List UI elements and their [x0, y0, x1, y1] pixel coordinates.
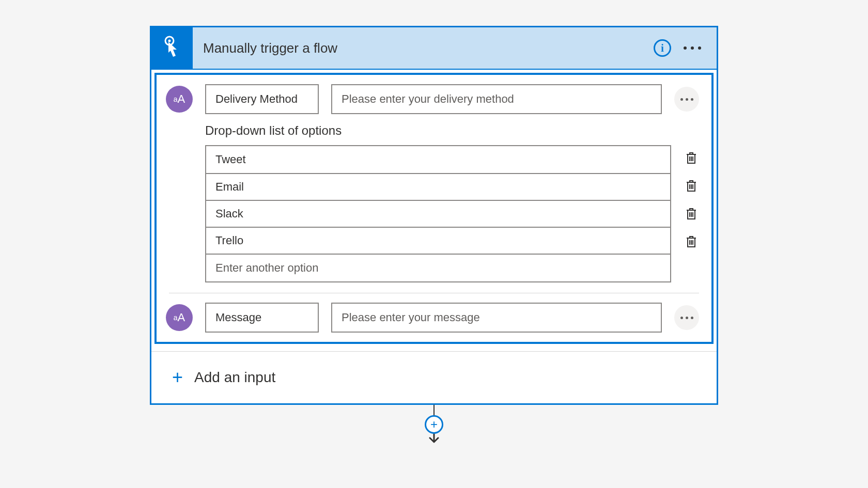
text-type-icon: aA — [166, 86, 193, 113]
trash-icon — [686, 151, 697, 165]
svg-point-1 — [168, 40, 171, 42]
option-add-row: Enter another option — [206, 255, 670, 281]
input-description-field[interactable]: Please enter your message — [331, 303, 662, 333]
plus-icon: + — [172, 368, 183, 387]
flow-trigger-card: Manually trigger a flow i aA Delivery Me… — [150, 26, 718, 405]
option-input[interactable]: Email — [206, 173, 670, 201]
add-input-label: Add an input — [194, 369, 275, 386]
option-input[interactable]: Tweet — [206, 146, 670, 174]
trash-icon — [686, 235, 697, 248]
input-menu-button[interactable] — [674, 87, 699, 112]
dropdown-options-section: Drop-down list of options Tweet Email Sl… — [166, 114, 699, 284]
card-menu-button[interactable] — [684, 46, 701, 50]
option-row: Email — [206, 174, 670, 201]
add-input-button[interactable]: + Add an input — [151, 352, 717, 403]
option-row: Trello — [206, 228, 670, 255]
input-block-delivery-method: aA Delivery Method Please enter your del… — [157, 75, 711, 293]
option-row: Tweet — [206, 146, 670, 174]
option-add-input[interactable]: Enter another option — [206, 254, 670, 281]
input-row: aA Delivery Method Please enter your del… — [166, 84, 699, 114]
connector-line — [433, 405, 435, 415]
add-step-button[interactable]: + — [425, 415, 443, 434]
input-row: aA Message Please enter your message — [166, 303, 699, 333]
input-block-message: aA Message Please enter your message — [157, 293, 711, 342]
inputs-region: aA Delivery Method Please enter your del… — [154, 73, 714, 344]
trash-icon — [686, 179, 697, 193]
delete-option-button[interactable] — [684, 144, 699, 172]
info-icon[interactable]: i — [654, 39, 671, 57]
flow-connector: + — [425, 405, 443, 444]
option-input[interactable]: Trello — [206, 227, 670, 255]
delete-option-button[interactable] — [684, 228, 699, 256]
input-menu-button[interactable] — [674, 305, 699, 330]
trash-icon — [686, 207, 697, 221]
input-name-field[interactable]: Message — [205, 303, 319, 333]
dropdown-section-label: Drop-down list of options — [205, 123, 699, 138]
trigger-type-icon — [151, 27, 193, 69]
header-actions: i — [654, 39, 717, 57]
text-type-icon: aA — [166, 304, 193, 331]
input-description-field[interactable]: Please enter your delivery method — [331, 84, 662, 114]
arrow-down-icon — [427, 434, 441, 444]
card-title: Manually trigger a flow — [193, 40, 654, 56]
option-row: Slack — [206, 201, 670, 228]
delete-option-button[interactable] — [684, 172, 699, 200]
card-header: Manually trigger a flow i — [151, 27, 717, 70]
option-input[interactable]: Slack — [206, 200, 670, 228]
delete-option-button[interactable] — [684, 200, 699, 228]
input-name-field[interactable]: Delivery Method — [205, 84, 319, 114]
touch-pointer-icon — [161, 35, 183, 61]
